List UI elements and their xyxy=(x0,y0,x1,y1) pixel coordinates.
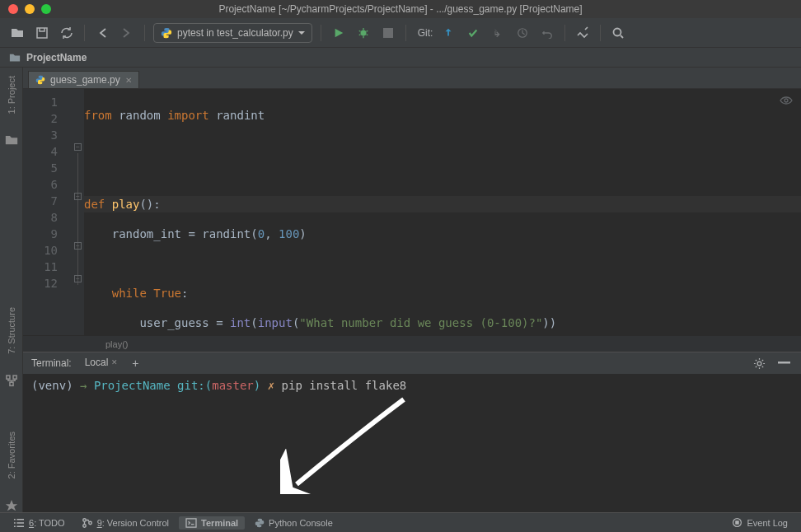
folder-icon[interactable] xyxy=(4,133,19,147)
search-icon[interactable] xyxy=(609,24,627,42)
main-toolbar: pytest in test_calculator.py Git: xyxy=(0,18,801,48)
minimize-window-button[interactable] xyxy=(25,4,35,14)
terminal-panel: Terminal: Local ✕ + (venv) → ProjectName… xyxy=(23,352,801,512)
git-label: Git: xyxy=(418,27,433,39)
svg-rect-6 xyxy=(13,376,16,379)
sidebar-tab-favorites[interactable]: 2: Favorites xyxy=(5,428,18,482)
svg-point-4 xyxy=(614,28,621,35)
fold-toggle[interactable]: − xyxy=(74,275,82,282)
svg-point-13 xyxy=(88,521,91,525)
fold-toggle[interactable]: − xyxy=(74,242,82,250)
stop-button[interactable] xyxy=(379,24,397,42)
left-tool-strip: 1: Project 7: Structure 2: Favorites xyxy=(0,68,23,512)
breadcrumb: ProjectName xyxy=(0,48,801,68)
function-breadcrumb[interactable]: play() xyxy=(23,335,801,352)
editor-tab[interactable]: guess_game.py ✕ xyxy=(28,71,139,88)
terminal-title: Terminal: xyxy=(31,357,72,369)
add-terminal-button[interactable]: + xyxy=(128,356,143,371)
svg-rect-5 xyxy=(6,376,9,379)
sidebar-tab-project[interactable]: 1: Project xyxy=(5,72,18,117)
traffic-lights xyxy=(8,4,51,14)
sync-icon[interactable] xyxy=(58,24,76,42)
structure-icon[interactable] xyxy=(4,374,19,387)
svg-rect-7 xyxy=(9,382,12,385)
svg-point-8 xyxy=(785,99,788,102)
terminal-settings-icon[interactable] xyxy=(750,354,768,372)
code-content[interactable]: from random import randint def play(): r… xyxy=(84,89,801,335)
todo-tab[interactable]: 6: TODO xyxy=(7,516,72,530)
svg-rect-10 xyxy=(778,362,790,364)
terminal-tab-local[interactable]: Local ✕ xyxy=(80,355,124,371)
python-file-icon xyxy=(35,75,45,85)
debug-button[interactable] xyxy=(354,24,372,42)
git-commit-icon[interactable] xyxy=(464,24,482,42)
chevron-down-icon xyxy=(298,30,305,36)
run-config-label: pytest in test_calculator.py xyxy=(177,27,293,39)
python-console-tab[interactable]: Python Console xyxy=(248,516,340,530)
line-number-gutter: 1 2 3 4 5 6 7 8 9 10 11 12 xyxy=(23,89,73,335)
sidebar-tab-structure[interactable]: 7: Structure xyxy=(5,304,18,357)
git-update-icon[interactable] xyxy=(439,24,457,42)
svg-rect-14 xyxy=(186,518,196,526)
hide-panel-icon[interactable] xyxy=(775,354,793,372)
svg-point-11 xyxy=(82,518,86,521)
fold-toggle[interactable]: − xyxy=(74,143,82,151)
terminal-output[interactable]: (venv) → ProjectName git:(master) ✗ pip … xyxy=(23,374,801,512)
close-window-button[interactable] xyxy=(8,4,18,14)
python-icon xyxy=(161,27,172,39)
close-tab-icon[interactable]: ✕ xyxy=(111,358,118,366)
terminal-header: Terminal: Local ✕ + xyxy=(23,352,801,374)
close-tab-icon[interactable]: ✕ xyxy=(125,76,132,85)
open-icon[interactable] xyxy=(8,24,26,42)
code-editor[interactable]: 1 2 3 4 5 6 7 8 9 10 11 12 − − − − from … xyxy=(23,89,801,335)
git-compare-icon[interactable] xyxy=(489,24,507,42)
maximize-window-button[interactable] xyxy=(41,4,51,14)
inspection-eye-icon[interactable] xyxy=(780,94,793,107)
titlebar: ProjectName [~/PycharmProjects/ProjectNa… xyxy=(0,0,801,18)
python-icon xyxy=(255,518,265,528)
version-control-tab[interactable]: 9: Version Control xyxy=(75,516,176,530)
editor-tab-label: guess_game.py xyxy=(50,74,120,86)
svg-point-1 xyxy=(360,30,366,35)
breadcrumb-project[interactable]: ProjectName xyxy=(26,52,87,63)
svg-rect-0 xyxy=(37,28,47,38)
svg-point-12 xyxy=(82,524,86,527)
git-history-icon[interactable] xyxy=(513,24,532,42)
bottom-tool-bar: 6: TODO 9: Version Control Terminal Pyth… xyxy=(0,512,801,532)
run-button[interactable] xyxy=(330,24,348,42)
git-revert-icon[interactable] xyxy=(538,24,556,42)
fold-toggle[interactable]: − xyxy=(74,193,82,200)
back-icon[interactable] xyxy=(93,24,111,42)
settings-icon[interactable] xyxy=(574,24,592,42)
run-configuration-selector[interactable]: pytest in test_calculator.py xyxy=(153,23,312,43)
editor-tab-bar: guess_game.py ✕ xyxy=(23,68,801,89)
star-icon[interactable] xyxy=(4,499,19,512)
forward-icon[interactable] xyxy=(118,24,136,42)
folder-icon xyxy=(8,52,21,63)
event-log-tab[interactable]: Event Log xyxy=(725,516,794,530)
fold-gutter: − − − − xyxy=(73,89,84,335)
svg-rect-2 xyxy=(383,28,393,38)
save-icon[interactable] xyxy=(33,24,51,42)
svg-point-9 xyxy=(757,362,761,366)
window-title: ProjectName [~/PycharmProjects/ProjectNa… xyxy=(218,3,582,15)
terminal-tab[interactable]: Terminal xyxy=(179,516,245,530)
